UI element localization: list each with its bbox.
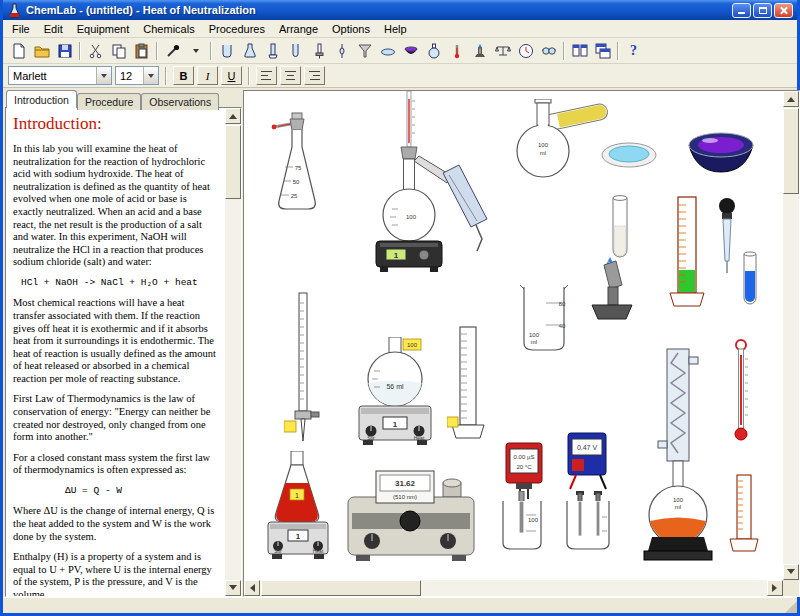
thermometer[interactable]	[728, 339, 754, 445]
open-file-button[interactable]	[30, 40, 53, 62]
font-size-select[interactable]: 12	[115, 66, 159, 85]
menu-chemicals[interactable]: Chemicals	[136, 21, 201, 37]
scroll-thumb[interactable]	[261, 580, 421, 596]
cut-button[interactable]	[84, 40, 107, 62]
help-button[interactable]: ?	[622, 40, 645, 62]
paste-button[interactable]	[130, 40, 153, 62]
thermometer-tool-button[interactable]	[445, 40, 468, 62]
align-left-button[interactable]	[256, 66, 277, 85]
goggles-tool-button[interactable]	[537, 40, 560, 62]
distillation-apparatus[interactable]: 100 1	[348, 91, 488, 309]
scroll-up-button[interactable]	[225, 108, 241, 124]
align-right-button[interactable]	[304, 66, 325, 85]
test-tube-solid[interactable]	[600, 194, 640, 266]
beaker-with-electrodes[interactable]	[560, 491, 618, 553]
scroll-right-button[interactable]	[767, 580, 783, 596]
tab-observations[interactable]: Observations	[141, 93, 219, 110]
funnel-tool-button[interactable]	[353, 40, 376, 62]
menu-help[interactable]: Help	[377, 21, 414, 37]
clock-tool-button[interactable]	[514, 40, 537, 62]
menu-procedures[interactable]: Procedures	[202, 21, 272, 37]
scroll-down-button[interactable]	[225, 580, 241, 596]
pipette-tool-button[interactable]	[330, 40, 353, 62]
save-button[interactable]	[53, 40, 76, 62]
scroll-left-button[interactable]	[244, 580, 260, 596]
dropper-tool-button[interactable]	[161, 40, 184, 62]
scroll-down-button[interactable]	[783, 564, 799, 580]
document-text-area[interactable]: Introduction: In this lab you will exami…	[5, 107, 242, 597]
align-center-button[interactable]	[280, 66, 301, 85]
reflux-condenser-flask[interactable]: 100 ml	[640, 345, 720, 575]
round-flask-tool-button[interactable]	[422, 40, 445, 62]
erlenmeyer-on-stirrer[interactable]: 1 1 Stir Heat	[260, 451, 336, 567]
test-tube-blue[interactable]	[736, 251, 764, 313]
document-heading: Introduction:	[13, 114, 219, 134]
menu-arrange[interactable]: Arrange	[272, 21, 325, 37]
beaker-tool-button[interactable]	[215, 40, 238, 62]
florence-flask[interactable]: 100 ml	[514, 99, 572, 181]
align-right-icon	[309, 71, 320, 80]
toolbar-separator	[165, 67, 167, 85]
maximize-button[interactable]	[753, 3, 772, 18]
resize-grip[interactable]	[785, 601, 797, 613]
burette[interactable]	[284, 291, 320, 453]
beaker-100ml[interactable]: 80 40 100 ml	[516, 281, 572, 355]
italic-button[interactable]: I	[197, 66, 218, 85]
scroll-up-button[interactable]	[783, 91, 799, 107]
copy-icon	[111, 43, 127, 59]
svg-text:25: 25	[291, 193, 298, 199]
format-toolbar: Marlett 12 B I U	[3, 64, 797, 88]
tile-windows-icon	[572, 43, 588, 59]
spectrophotometer[interactable]: 31.62 (510 nm)	[346, 469, 478, 565]
menu-options[interactable]: Options	[325, 21, 377, 37]
stoppered-erlenmeyer-flask[interactable]: 75 50 25	[266, 109, 328, 219]
graduated-cylinder-empty[interactable]	[447, 321, 487, 443]
balance-tool-button[interactable]	[491, 40, 514, 62]
svg-text:Stir: Stir	[274, 548, 282, 554]
graduated-cylinder-green[interactable]	[664, 189, 708, 313]
tab-procedure[interactable]: Procedure	[77, 93, 141, 110]
scroll-thumb[interactable]	[783, 108, 799, 194]
paragraph: Enthalpy (H) is a property of a system a…	[13, 551, 219, 596]
font-family-dropdown-button[interactable]	[96, 67, 111, 84]
bold-button[interactable]: B	[173, 66, 194, 85]
flask-on-hotplate-stirrer[interactable]: 100 56 ml 1 Stir Heat	[347, 337, 445, 449]
window-title: ChemLab - (untitled) - Heat of Neutraliz…	[26, 4, 256, 16]
bunsen-burner[interactable]	[580, 257, 640, 323]
balance-icon	[495, 43, 511, 59]
minimize-button[interactable]	[732, 3, 751, 18]
svg-text:100: 100	[538, 142, 549, 148]
close-button[interactable]	[774, 3, 793, 18]
menu-equipment[interactable]: Equipment	[70, 21, 137, 37]
evaporating-dish-tool-button[interactable]	[399, 40, 422, 62]
burette-tool-button[interactable]	[307, 40, 330, 62]
tile-windows-button[interactable]	[568, 40, 591, 62]
tab-introduction[interactable]: Introduction	[6, 90, 77, 108]
erlenmeyer-tool-button[interactable]	[238, 40, 261, 62]
minimize-icon	[738, 12, 745, 14]
beaker-icon	[219, 43, 235, 59]
beaker-with-probe[interactable]: 100	[496, 491, 548, 553]
dropper-menu-button[interactable]	[184, 40, 207, 62]
voltmeter[interactable]: 0.47 V	[556, 431, 616, 493]
new-file-button[interactable]	[7, 40, 30, 62]
watch-glass[interactable]	[600, 141, 658, 169]
graduated-cylinder-tool-button[interactable]	[261, 40, 284, 62]
copy-button[interactable]	[107, 40, 130, 62]
evaporating-dish[interactable]	[684, 125, 758, 177]
menu-file[interactable]: File	[5, 21, 37, 37]
font-family-select[interactable]: Marlett	[8, 66, 112, 85]
arrow-down-icon	[787, 569, 795, 578]
scroll-thumb[interactable]	[225, 125, 241, 199]
graduated-cylinder-icon	[265, 43, 281, 59]
font-size-dropdown-button[interactable]	[143, 67, 158, 84]
lab-workspace[interactable]: 75 50 25	[244, 91, 783, 580]
window-controls	[732, 3, 793, 18]
test-tube-tool-button[interactable]	[284, 40, 307, 62]
svg-text:Heat: Heat	[313, 548, 324, 554]
underline-button[interactable]: U	[221, 66, 242, 85]
menu-edit[interactable]: Edit	[37, 21, 70, 37]
watch-glass-tool-button[interactable]	[376, 40, 399, 62]
bunsen-burner-tool-button[interactable]	[468, 40, 491, 62]
cascade-windows-button[interactable]	[591, 40, 614, 62]
